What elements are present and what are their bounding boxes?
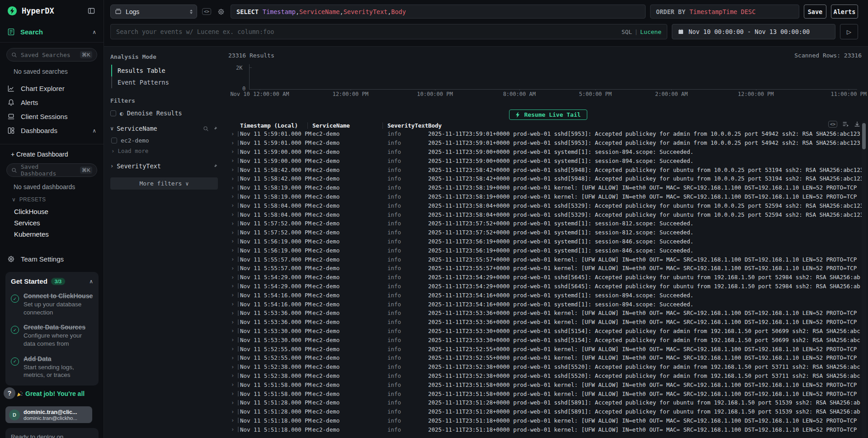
table-row[interactable]: ›Nov 11 5:52:38.000 PMec2-demoinfo2025-1… [228, 362, 868, 371]
table-row[interactable]: ›Nov 11 5:54:16.000 PMec2-demoinfo2025-1… [228, 300, 868, 309]
col-timestamp[interactable]: Timestamp (Local) [240, 122, 312, 129]
table-row[interactable]: ›Nov 11 5:55:57.000 PMec2-demoinfo2025-1… [228, 264, 868, 273]
row-expand-chevron[interactable]: › [231, 409, 234, 414]
presets-toggle[interactable]: ∨ PRESETS [12, 196, 104, 203]
more-filters-button[interactable]: More filters ∨ [110, 177, 218, 190]
row-expand-chevron[interactable]: › [231, 230, 234, 235]
row-expand-chevron[interactable]: › [231, 203, 234, 208]
row-expand-chevron[interactable]: › [231, 167, 234, 172]
row-expand-chevron[interactable]: › [231, 176, 234, 181]
saved-searches-input[interactable]: Saved Searches ⌘K [6, 48, 97, 62]
table-row[interactable]: ›Nov 11 5:51:28.000 PMec2-demoinfo2025-1… [228, 398, 868, 407]
table-row[interactable]: ›Nov 11 5:58:04.000 PMec2-demoinfo2025-1… [228, 210, 868, 219]
row-expand-chevron[interactable]: › [231, 355, 234, 361]
table-row[interactable]: ›Nov 11 5:52:38.000 PMec2-demoinfo2025-1… [228, 371, 868, 381]
table-row[interactable]: ›Nov 11 5:52:55.000 PMec2-demoinfo2025-1… [228, 353, 868, 362]
sidebar-item-chart-explorer[interactable]: Chart Explorer [0, 81, 104, 95]
row-expand-chevron[interactable]: › [231, 400, 234, 405]
table-row[interactable]: ›Nov 11 5:58:04.000 PMec2-demoinfo2025-1… [228, 201, 868, 210]
create-dashboard-button[interactable]: + Create Dashboard [11, 151, 104, 158]
table-row[interactable]: ›Nov 11 5:53:30.000 PMec2-demoinfo2025-1… [228, 327, 868, 336]
table-row[interactable]: ›Nov 11 5:51:18.000 PMec2-demoinfo2025-1… [228, 416, 868, 425]
table-row[interactable]: ›Nov 11 5:53:30.000 PMec2-demoinfo2025-1… [228, 335, 868, 344]
table-row[interactable]: ›Nov 11 5:56:19.000 PMec2-demoinfo2025-1… [228, 246, 868, 255]
row-expand-chevron[interactable]: › [231, 292, 234, 298]
table-row[interactable]: ›Nov 11 5:51:28.000 PMec2-demoinfo2025-1… [228, 407, 868, 416]
table-row[interactable]: ›Nov 11 5:57:52.000 PMec2-demoinfo2025-1… [228, 219, 868, 228]
chevron-up-icon[interactable]: ∧ [92, 29, 96, 35]
table-row[interactable]: ›Nov 11 5:55:57.000 PMec2-demoinfo2025-1… [228, 255, 868, 264]
table-row[interactable]: ›Nov 11 5:54:16.000 PMec2-demoinfo2025-1… [228, 290, 868, 300]
row-expand-chevron[interactable]: › [231, 319, 234, 325]
table-row[interactable]: ›Nov 11 5:51:18.000 PMec2-demoinfo2025-1… [228, 425, 868, 434]
sql-mode-icon[interactable]: <> [202, 5, 212, 19]
resume-live-tail-button[interactable]: Resume Live Tail [509, 110, 587, 120]
table-row[interactable]: ›Nov 11 5:58:42.000 PMec2-demoinfo2025-1… [228, 174, 868, 183]
sidebar-item-alerts[interactable]: Alerts [0, 95, 104, 110]
get-started-item[interactable]: ✓ Create Data Sources Configure where yo… [11, 323, 93, 348]
table-row[interactable]: ›Nov 11 5:54:29.000 PMec2-demoinfo2025-1… [228, 282, 868, 291]
table-row[interactable]: ›Nov 11 5:53:36.000 PMec2-demoinfo2025-1… [228, 309, 868, 318]
query-language-toggle[interactable]: SQL|Lucene [622, 29, 661, 35]
sidebar-item-dashboards[interactable]: Dashboards ∧ [0, 124, 104, 138]
row-expand-chevron[interactable]: › [231, 257, 234, 262]
download-icon[interactable] [854, 120, 861, 128]
col-servicename[interactable]: ServiceName [312, 122, 387, 129]
user-menu[interactable]: D dominic.tran@clic... dominic.tran@clic… [5, 406, 92, 423]
table-row[interactable]: ›Nov 11 5:57:52.000 PMec2-demoinfo2025-1… [228, 228, 868, 237]
column-config-icon[interactable] [842, 120, 849, 128]
facet-option-ec2-demo[interactable]: ec2-demo [111, 137, 218, 144]
table-row[interactable]: ›Nov 11 5:58:42.000 PMec2-demoinfo2025-1… [228, 165, 868, 174]
row-expand-chevron[interactable]: › [231, 364, 234, 370]
mode-results-table[interactable]: Results Table [111, 65, 218, 76]
sidebar-item-services[interactable]: Services [0, 217, 104, 228]
event-search-box[interactable]: SQL|Lucene [110, 24, 667, 39]
table-row[interactable]: ›Nov 11 5:59:01.000 PMec2-demoinfo2025-1… [228, 138, 868, 148]
row-expand-chevron[interactable]: › [231, 149, 234, 154]
table-row[interactable]: ›Nov 11 5:59:00.000 PMec2-demoinfo2025-1… [228, 156, 868, 165]
mode-event-patterns[interactable]: Event Patterns [111, 76, 218, 88]
row-expand-chevron[interactable]: › [231, 131, 234, 137]
help-button[interactable]: ? [4, 387, 15, 399]
row-expand-chevron[interactable]: › [231, 185, 234, 190]
row-expand-chevron[interactable]: › [231, 382, 234, 387]
row-expand-chevron[interactable]: › [231, 346, 234, 352]
row-expand-chevron[interactable]: › [231, 427, 234, 432]
select-columns-input[interactable]: SELECT Timestamp,ServiceName,SeverityTex… [231, 5, 646, 19]
row-expand-chevron[interactable]: › [231, 337, 234, 343]
facet-servicename[interactable]: ∨ ServiceName [110, 125, 218, 132]
table-row[interactable]: ›Nov 11 5:58:19.000 PMec2-demoinfo2025-1… [228, 183, 868, 192]
pin-icon[interactable] [212, 163, 218, 169]
facet-severitytext[interactable]: › SeverityText [110, 162, 218, 170]
row-expand-chevron[interactable]: › [231, 328, 234, 333]
save-button[interactable]: Save [804, 5, 826, 19]
sidebar-item-search[interactable]: Search ∧ [0, 28, 104, 36]
row-expand-chevron[interactable]: › [231, 238, 234, 244]
table-row[interactable]: ›Nov 11 5:59:00.000 PMec2-demoinfo2025-1… [228, 148, 868, 157]
table-row[interactable]: ›Nov 11 5:51:58.000 PMec2-demoinfo2025-1… [228, 380, 868, 389]
table-scrollbar[interactable] [862, 121, 866, 438]
table-row[interactable]: ›Nov 11 5:52:55.000 PMec2-demoinfo2025-1… [228, 344, 868, 353]
scrollbar-thumb[interactable] [862, 123, 866, 149]
table-row[interactable]: ›Nov 11 5:58:19.000 PMec2-demoinfo2025-1… [228, 192, 868, 201]
table-row[interactable]: ›Nov 11 5:53:36.000 PMec2-demoinfo2025-1… [228, 318, 868, 327]
row-expand-chevron[interactable]: › [231, 221, 234, 226]
row-expand-chevron[interactable]: › [231, 140, 234, 146]
row-expand-chevron[interactable]: › [231, 158, 234, 163]
get-started-item[interactable]: ✓ Add Data Start sending logs, metrics, … [11, 355, 93, 379]
settings-gear-icon[interactable] [216, 5, 226, 19]
get-started-item[interactable]: ✓ Connect to ClickHouse Set up your data… [11, 292, 93, 316]
row-expand-chevron[interactable]: › [231, 212, 234, 217]
load-more-button[interactable]: › Load more [111, 148, 218, 154]
pin-icon[interactable] [212, 126, 218, 132]
histogram-bar[interactable] [528, 89, 535, 89]
search-input[interactable] [116, 28, 617, 35]
table-row[interactable]: ›Nov 11 5:56:19.000 PMec2-demoinfo2025-1… [228, 237, 868, 246]
row-expand-chevron[interactable]: › [231, 391, 234, 396]
sidebar-item-kubernetes[interactable]: Kubernetes [0, 228, 104, 239]
row-expand-chevron[interactable]: › [231, 275, 234, 280]
sidebar-item-team-settings[interactable]: Team Settings [0, 252, 104, 266]
row-expand-chevron[interactable]: › [231, 248, 234, 253]
histogram-bar[interactable] [553, 89, 560, 89]
denoise-results-toggle[interactable]: ◐ Denoise Results [110, 110, 218, 117]
